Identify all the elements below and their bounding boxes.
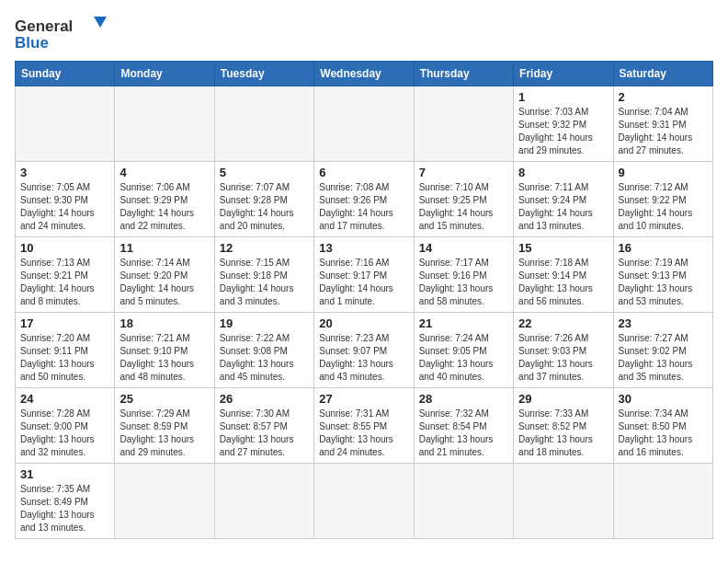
day-cell: 8Sunrise: 7:11 AM Sunset: 9:24 PM Daylig… <box>514 162 613 237</box>
day-info: Sunrise: 7:05 AM Sunset: 9:30 PM Dayligh… <box>20 181 109 233</box>
day-number: 28 <box>419 392 508 406</box>
day-cell: 15Sunrise: 7:18 AM Sunset: 9:14 PM Dayli… <box>514 237 613 313</box>
day-info: Sunrise: 7:03 AM Sunset: 9:32 PM Dayligh… <box>518 106 608 157</box>
day-info: Sunrise: 7:27 AM Sunset: 9:02 PM Dayligh… <box>619 332 708 384</box>
day-number: 14 <box>419 241 508 255</box>
day-cell: 3Sunrise: 7:05 AM Sunset: 9:30 PM Daylig… <box>16 162 115 237</box>
day-cell: 6Sunrise: 7:08 AM Sunset: 9:26 PM Daylig… <box>314 162 414 237</box>
logo: GeneralBlue <box>15 15 116 53</box>
day-cell: 26Sunrise: 7:30 AM Sunset: 8:57 PM Dayli… <box>214 388 313 464</box>
day-cell: 22Sunrise: 7:26 AM Sunset: 9:03 PM Dayli… <box>514 313 613 388</box>
page-header: GeneralBlue <box>15 15 713 53</box>
day-number: 22 <box>518 316 608 330</box>
day-cell: 7Sunrise: 7:10 AM Sunset: 9:25 PM Daylig… <box>414 162 513 237</box>
day-number: 27 <box>319 392 408 406</box>
day-info: Sunrise: 7:30 AM Sunset: 8:57 PM Dayligh… <box>220 408 309 459</box>
day-number: 10 <box>20 241 109 255</box>
day-info: Sunrise: 7:15 AM Sunset: 9:18 PM Dayligh… <box>220 257 309 308</box>
day-info: Sunrise: 7:12 AM Sunset: 9:22 PM Dayligh… <box>619 181 708 233</box>
day-info: Sunrise: 7:18 AM Sunset: 9:14 PM Dayligh… <box>518 257 608 308</box>
day-number: 1 <box>518 90 608 104</box>
day-number: 23 <box>619 316 708 330</box>
day-info: Sunrise: 7:28 AM Sunset: 9:00 PM Dayligh… <box>20 408 109 459</box>
day-cell: 17Sunrise: 7:20 AM Sunset: 9:11 PM Dayli… <box>16 313 115 388</box>
week-row-0: 1Sunrise: 7:03 AM Sunset: 9:32 PM Daylig… <box>16 86 713 162</box>
day-cell <box>414 464 513 539</box>
day-cell: 19Sunrise: 7:22 AM Sunset: 9:08 PM Dayli… <box>214 313 313 388</box>
day-number: 17 <box>20 316 109 330</box>
day-info: Sunrise: 7:26 AM Sunset: 9:03 PM Dayligh… <box>518 332 608 384</box>
day-cell <box>314 86 414 162</box>
day-number: 11 <box>119 241 209 255</box>
weekday-header-row: SundayMondayTuesdayWednesdayThursdayFrid… <box>16 62 713 86</box>
day-cell <box>214 464 313 539</box>
day-info: Sunrise: 7:32 AM Sunset: 8:54 PM Dayligh… <box>419 408 508 459</box>
day-info: Sunrise: 7:35 AM Sunset: 8:49 PM Dayligh… <box>20 483 109 534</box>
day-info: Sunrise: 7:11 AM Sunset: 9:24 PM Dayligh… <box>518 181 608 233</box>
logo-svg: GeneralBlue <box>15 15 116 53</box>
day-number: 6 <box>319 166 408 179</box>
day-info: Sunrise: 7:29 AM Sunset: 8:59 PM Dayligh… <box>119 408 209 459</box>
day-info: Sunrise: 7:17 AM Sunset: 9:16 PM Dayligh… <box>419 257 508 308</box>
weekday-header-friday: Friday <box>514 62 613 86</box>
day-number: 29 <box>518 392 608 406</box>
day-info: Sunrise: 7:22 AM Sunset: 9:08 PM Dayligh… <box>220 332 309 384</box>
weekday-header-tuesday: Tuesday <box>214 62 313 86</box>
day-info: Sunrise: 7:24 AM Sunset: 9:05 PM Dayligh… <box>419 332 508 384</box>
day-number: 9 <box>619 166 708 179</box>
weekday-header-saturday: Saturday <box>613 62 712 86</box>
day-cell: 1Sunrise: 7:03 AM Sunset: 9:32 PM Daylig… <box>514 86 613 162</box>
day-cell: 29Sunrise: 7:33 AM Sunset: 8:52 PM Dayli… <box>514 388 613 464</box>
day-number: 5 <box>220 166 309 179</box>
day-cell: 18Sunrise: 7:21 AM Sunset: 9:10 PM Dayli… <box>115 313 214 388</box>
week-row-3: 17Sunrise: 7:20 AM Sunset: 9:11 PM Dayli… <box>16 313 713 388</box>
day-cell: 28Sunrise: 7:32 AM Sunset: 8:54 PM Dayli… <box>414 388 513 464</box>
day-cell: 21Sunrise: 7:24 AM Sunset: 9:05 PM Dayli… <box>414 313 513 388</box>
day-cell: 24Sunrise: 7:28 AM Sunset: 9:00 PM Dayli… <box>16 388 115 464</box>
day-info: Sunrise: 7:16 AM Sunset: 9:17 PM Dayligh… <box>319 257 408 308</box>
day-cell <box>314 464 414 539</box>
day-number: 15 <box>518 241 608 255</box>
day-info: Sunrise: 7:08 AM Sunset: 9:26 PM Dayligh… <box>319 181 408 233</box>
day-info: Sunrise: 7:10 AM Sunset: 9:25 PM Dayligh… <box>419 181 508 233</box>
calendar: SundayMondayTuesdayWednesdayThursdayFrid… <box>15 61 713 539</box>
day-cell: 5Sunrise: 7:07 AM Sunset: 9:28 PM Daylig… <box>214 162 313 237</box>
day-cell: 2Sunrise: 7:04 AM Sunset: 9:31 PM Daylig… <box>613 86 712 162</box>
svg-marker-1 <box>94 17 107 28</box>
day-number: 19 <box>220 316 309 330</box>
day-cell: 13Sunrise: 7:16 AM Sunset: 9:17 PM Dayli… <box>314 237 414 313</box>
day-number: 25 <box>119 392 209 406</box>
day-info: Sunrise: 7:19 AM Sunset: 9:13 PM Dayligh… <box>619 257 708 308</box>
day-cell: 23Sunrise: 7:27 AM Sunset: 9:02 PM Dayli… <box>613 313 712 388</box>
day-cell: 12Sunrise: 7:15 AM Sunset: 9:18 PM Dayli… <box>214 237 313 313</box>
day-info: Sunrise: 7:13 AM Sunset: 9:21 PM Dayligh… <box>20 257 109 308</box>
day-number: 2 <box>619 90 708 104</box>
week-row-5: 31Sunrise: 7:35 AM Sunset: 8:49 PM Dayli… <box>16 464 713 539</box>
weekday-header-thursday: Thursday <box>414 62 513 86</box>
day-number: 24 <box>20 392 109 406</box>
day-cell <box>514 464 613 539</box>
day-info: Sunrise: 7:33 AM Sunset: 8:52 PM Dayligh… <box>518 408 608 459</box>
day-cell <box>115 86 214 162</box>
weekday-header-sunday: Sunday <box>16 62 115 86</box>
day-info: Sunrise: 7:20 AM Sunset: 9:11 PM Dayligh… <box>20 332 109 384</box>
week-row-4: 24Sunrise: 7:28 AM Sunset: 9:00 PM Dayli… <box>16 388 713 464</box>
svg-text:Blue: Blue <box>15 34 49 52</box>
day-number: 31 <box>20 467 109 481</box>
svg-text:General: General <box>15 17 73 35</box>
week-row-2: 10Sunrise: 7:13 AM Sunset: 9:21 PM Dayli… <box>16 237 713 313</box>
day-cell: 20Sunrise: 7:23 AM Sunset: 9:07 PM Dayli… <box>314 313 414 388</box>
day-number: 26 <box>220 392 309 406</box>
day-cell <box>16 86 115 162</box>
day-cell: 27Sunrise: 7:31 AM Sunset: 8:55 PM Dayli… <box>314 388 414 464</box>
day-cell: 31Sunrise: 7:35 AM Sunset: 8:49 PM Dayli… <box>16 464 115 539</box>
day-cell: 9Sunrise: 7:12 AM Sunset: 9:22 PM Daylig… <box>613 162 712 237</box>
day-cell: 25Sunrise: 7:29 AM Sunset: 8:59 PM Dayli… <box>115 388 214 464</box>
day-number: 30 <box>619 392 708 406</box>
weekday-header-wednesday: Wednesday <box>314 62 414 86</box>
day-number: 21 <box>419 316 508 330</box>
weekday-header-monday: Monday <box>115 62 214 86</box>
day-number: 18 <box>119 316 209 330</box>
day-info: Sunrise: 7:06 AM Sunset: 9:29 PM Dayligh… <box>119 181 209 233</box>
day-cell: 30Sunrise: 7:34 AM Sunset: 8:50 PM Dayli… <box>613 388 712 464</box>
